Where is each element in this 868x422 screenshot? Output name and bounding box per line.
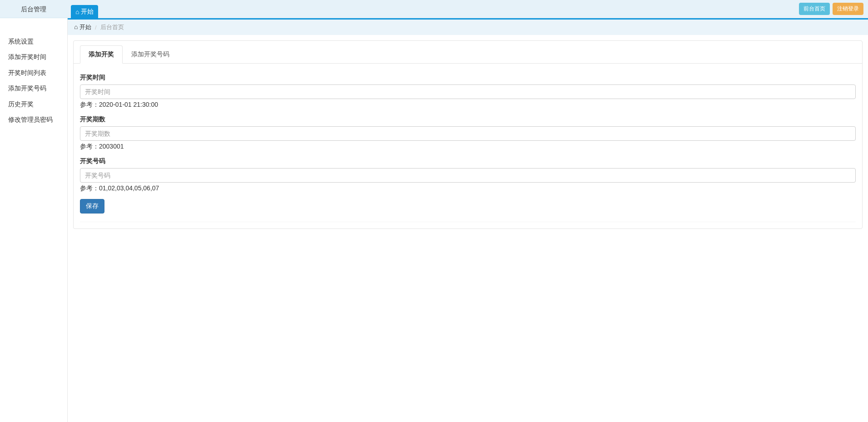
front-home-button[interactable]: 前台首页 <box>799 3 830 15</box>
panel-footer-line <box>80 222 856 222</box>
tab-add-lottery-number[interactable]: 添加开奖号码 <box>123 45 178 64</box>
panel-body: 开奖时间 参考：2020-01-01 21:30:00 开奖期数 参考：2003… <box>74 64 862 228</box>
layout: 系统设置 添加开奖时间 开奖时间列表 添加开奖号码 历史开奖 修改管理员密码 开… <box>0 18 868 422</box>
save-button[interactable]: 保存 <box>80 199 104 213</box>
number-input[interactable] <box>80 168 856 183</box>
time-help: 参考：2020-01-01 21:30:00 <box>80 101 856 109</box>
breadcrumb-separator: / <box>95 24 97 31</box>
tab-add-lottery[interactable]: 添加开奖 <box>80 45 123 64</box>
sidebar-item-change-admin-password[interactable]: 修改管理员密码 <box>0 112 67 127</box>
breadcrumb-start[interactable]: 开始 <box>74 23 91 31</box>
form-group-time: 开奖时间 参考：2020-01-01 21:30:00 <box>80 74 856 109</box>
period-help: 参考：2003001 <box>80 143 856 151</box>
time-input[interactable] <box>80 84 856 99</box>
top-tab-label: 开始 <box>81 8 94 16</box>
panel-tabs: 添加开奖 添加开奖号码 <box>74 41 862 64</box>
form-group-number: 开奖号码 参考：01,02,03,04,05,06,07 <box>80 157 856 193</box>
period-label: 开奖期数 <box>80 115 856 124</box>
number-help: 参考：01,02,03,04,05,06,07 <box>80 184 856 193</box>
sidebar-item-lottery-time-list[interactable]: 开奖时间列表 <box>0 65 67 80</box>
breadcrumb-start-label: 开始 <box>79 24 91 30</box>
top-tab-start[interactable]: 开始 <box>71 5 98 19</box>
top-actions: 前台首页 注销登录 <box>799 3 863 15</box>
period-input[interactable] <box>80 126 856 141</box>
sidebar-item-system-settings[interactable]: 系统设置 <box>0 34 67 49</box>
form-group-period: 开奖期数 参考：2003001 <box>80 115 856 151</box>
home-icon <box>74 24 78 30</box>
number-label: 开奖号码 <box>80 157 856 165</box>
brand: 后台管理 <box>0 0 67 18</box>
top-tab-wrap: 开始 <box>67 0 868 18</box>
breadcrumb-current: 后台首页 <box>100 23 124 31</box>
sidebar-item-add-lottery-number[interactable]: 添加开奖号码 <box>0 80 67 96</box>
panel: 添加开奖 添加开奖号码 开奖时间 参考：2020-01-01 21:30:00 … <box>73 40 863 229</box>
main: 开始 / 后台首页 添加开奖 添加开奖号码 开奖时间 参考：2020-01-01… <box>67 18 868 422</box>
breadcrumb: 开始 / 后台首页 <box>68 20 868 35</box>
time-label: 开奖时间 <box>80 74 856 82</box>
home-icon <box>75 8 79 15</box>
sidebar-item-history-lottery[interactable]: 历史开奖 <box>0 96 67 112</box>
topbar: 后台管理 开始 前台首页 注销登录 <box>0 0 868 18</box>
sidebar-item-add-lottery-time[interactable]: 添加开奖时间 <box>0 49 67 65</box>
sidebar: 系统设置 添加开奖时间 开奖时间列表 添加开奖号码 历史开奖 修改管理员密码 <box>0 18 67 422</box>
logout-button[interactable]: 注销登录 <box>833 3 863 15</box>
